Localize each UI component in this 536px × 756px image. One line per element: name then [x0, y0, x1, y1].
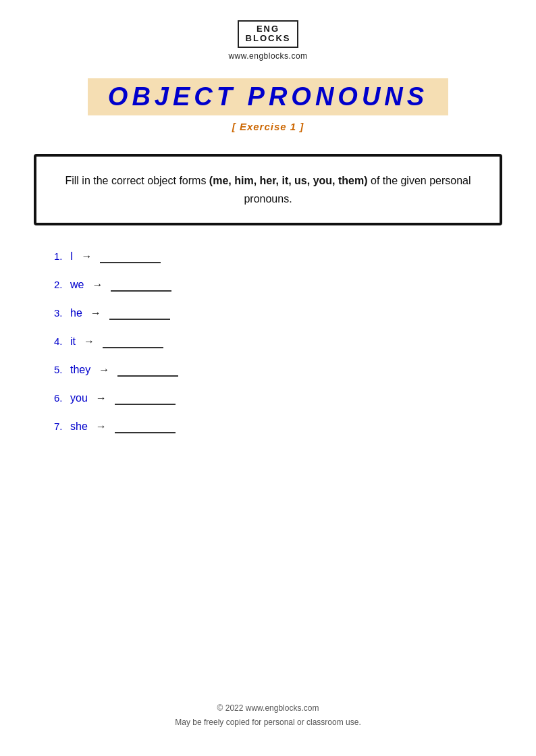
instruction-before: Fill in the correct object forms — [65, 175, 209, 186]
item-number-7: 7. — [54, 421, 70, 432]
item-pronoun-4: it — [70, 335, 76, 348]
arrow-3: → — [90, 307, 101, 319]
answer-line-7[interactable] — [115, 420, 176, 433]
page: ENG BLOCKS www.engblocks.com OBJECT PRON… — [0, 0, 536, 756]
instruction-text: Fill in the correct object forms (me, hi… — [63, 171, 473, 208]
answer-line-2[interactable] — [111, 278, 171, 292]
answer-line-6[interactable] — [115, 392, 176, 405]
exercise-item-1: 1. I → — [54, 250, 502, 263]
answer-line-1[interactable] — [100, 250, 161, 263]
logo-area: ENG BLOCKS www.engblocks.com — [228, 20, 307, 61]
logo-box: ENG BLOCKS — [238, 20, 299, 48]
main-title: OBJECT PRONOUNS — [88, 78, 448, 115]
exercise-item-5: 5. they → — [54, 363, 502, 377]
logo-line2: BLOCKS — [246, 34, 291, 43]
answer-line-4[interactable] — [103, 335, 163, 348]
arrow-6: → — [96, 392, 107, 404]
arrow-5: → — [99, 364, 109, 376]
subtitle: [ Exercise 1 ] — [232, 121, 304, 132]
item-pronoun-7: she — [70, 421, 88, 433]
exercise-section: 1. I → 2. we → 3. he → 4. it → 5. they → — [34, 250, 502, 448]
item-pronoun-3: he — [70, 307, 82, 319]
exercise-item-6: 6. you → — [54, 392, 502, 405]
footer: © 2022 www.engblocks.com May be freely c… — [175, 661, 360, 729]
instruction-box: Fill in the correct object forms (me, hi… — [34, 154, 502, 225]
item-number-6: 6. — [54, 392, 70, 404]
item-number-3: 3. — [54, 307, 70, 319]
title-section: OBJECT PRONOUNS [ Exercise 1 ] — [34, 78, 502, 132]
arrow-4: → — [84, 335, 95, 348]
answer-line-5[interactable] — [117, 363, 178, 377]
exercise-item-3: 3. he → — [54, 306, 502, 320]
instruction-bold: (me, him, her, it, us, you, them) — [209, 175, 368, 186]
exercise-item-7: 7. she → — [54, 420, 502, 433]
item-number-2: 2. — [54, 279, 70, 290]
exercise-item-2: 2. we → — [54, 278, 502, 292]
arrow-1: → — [81, 250, 92, 263]
item-pronoun-2: we — [70, 279, 84, 291]
item-pronoun-6: you — [70, 392, 88, 404]
item-number-5: 5. — [54, 364, 70, 375]
arrow-2: → — [92, 279, 103, 291]
exercise-item-4: 4. it → — [54, 335, 502, 348]
footer-copyright: © 2022 www.engblocks.com — [175, 701, 360, 715]
item-pronoun-1: I — [70, 250, 73, 263]
item-number-1: 1. — [54, 250, 70, 262]
logo-url: www.engblocks.com — [228, 51, 307, 61]
item-pronoun-5: they — [70, 364, 90, 376]
arrow-7: → — [96, 421, 107, 433]
logo-line1: ENG — [257, 24, 279, 34]
answer-line-3[interactable] — [109, 306, 170, 320]
item-number-4: 4. — [54, 335, 70, 347]
footer-license: May be freely copied for personal or cla… — [175, 716, 360, 729]
